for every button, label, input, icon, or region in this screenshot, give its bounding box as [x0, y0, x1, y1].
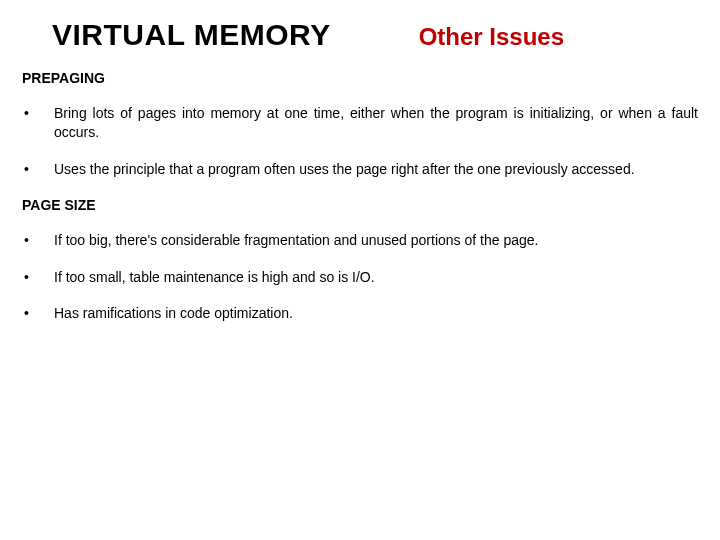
list-item: • Has ramifications in code optimization… — [22, 304, 698, 323]
bullet-text: Bring lots of pages into memory at one t… — [54, 104, 698, 142]
slide: VIRTUAL MEMORY Other Issues PREPAGING • … — [0, 0, 720, 540]
bullet-icon: • — [22, 231, 54, 250]
bullet-icon: • — [22, 304, 54, 323]
bullet-text: Has ramifications in code optimization. — [54, 304, 698, 323]
list-item: • If too big, there's considerable fragm… — [22, 231, 698, 250]
header-row: VIRTUAL MEMORY Other Issues — [22, 18, 698, 52]
section-heading-pagesize: PAGE SIZE — [22, 197, 698, 213]
bullet-icon: • — [22, 160, 54, 179]
list-item: • Uses the principle that a program ofte… — [22, 160, 698, 179]
bullet-text: If too small, table maintenance is high … — [54, 268, 698, 287]
page-subtitle: Other Issues — [419, 23, 564, 51]
page-title: VIRTUAL MEMORY — [52, 18, 331, 52]
bullet-list-pagesize: • If too big, there's considerable fragm… — [22, 231, 698, 324]
bullet-icon: • — [22, 104, 54, 142]
list-item: • Bring lots of pages into memory at one… — [22, 104, 698, 142]
bullet-text: If too big, there's considerable fragmen… — [54, 231, 698, 250]
section-heading-prepaging: PREPAGING — [22, 70, 698, 86]
bullet-icon: • — [22, 268, 54, 287]
list-item: • If too small, table maintenance is hig… — [22, 268, 698, 287]
bullet-list-prepaging: • Bring lots of pages into memory at one… — [22, 104, 698, 179]
bullet-text: Uses the principle that a program often … — [54, 160, 698, 179]
